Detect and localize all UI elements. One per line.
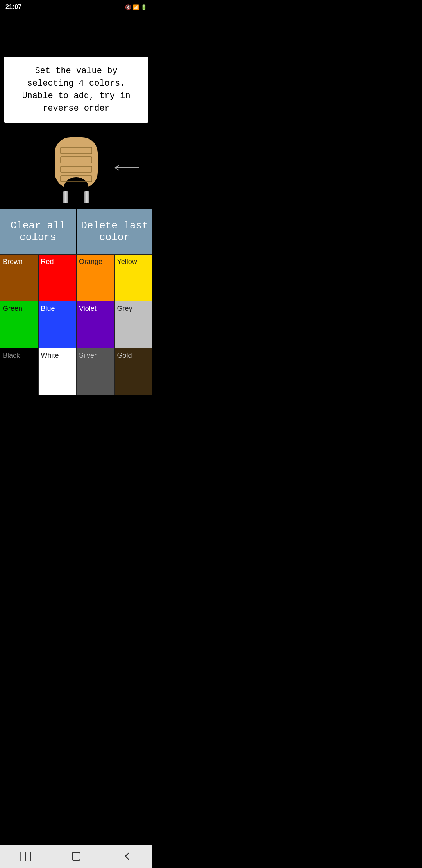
- status-time: 21:07: [5, 4, 21, 11]
- color-cell-red[interactable]: Red: [38, 254, 77, 301]
- color-cell-silver[interactable]: Silver: [76, 348, 114, 395]
- svg-rect-9: [72, 852, 80, 860]
- resistor-svg: [45, 133, 107, 203]
- home-icon[interactable]: [66, 848, 86, 864]
- instruction-box: Set the value by selecting 4 colors. Una…: [4, 57, 148, 123]
- delete-last-button[interactable]: Delete last color: [77, 209, 152, 254]
- middle-area: [0, 123, 152, 209]
- color-cell-gold[interactable]: Gold: [114, 348, 153, 395]
- back-icon[interactable]: [117, 848, 137, 864]
- color-cell-black[interactable]: Black: [0, 348, 38, 395]
- battery-icon: 🔋: [141, 4, 147, 10]
- color-cell-violet[interactable]: Violet: [76, 301, 114, 348]
- resistor-container: [45, 133, 107, 203]
- color-cell-brown[interactable]: Brown: [0, 254, 38, 301]
- status-bar: 21:07 🔇 📶 🔋: [0, 0, 152, 14]
- color-cell-white[interactable]: White: [38, 348, 77, 395]
- signal-icon: 📶: [133, 4, 139, 10]
- clear-all-button[interactable]: Clear all colors: [0, 209, 77, 254]
- instruction-text: Set the value by selecting 4 colors. Una…: [11, 65, 141, 115]
- status-icons: 🔇 📶 🔋: [125, 4, 147, 10]
- color-grid: BrownRedOrangeYellowGreenBlueVioletGreyB…: [0, 254, 152, 395]
- color-cell-blue[interactable]: Blue: [38, 301, 77, 348]
- arrow-icon: [111, 162, 143, 174]
- top-space: [0, 14, 152, 57]
- menu-icon[interactable]: |||: [16, 848, 35, 864]
- nav-bar: |||: [0, 845, 152, 868]
- svg-rect-8: [84, 191, 89, 203]
- color-cell-grey[interactable]: Grey: [114, 301, 153, 348]
- color-cell-yellow[interactable]: Yellow: [114, 254, 153, 301]
- buttons-row: Clear all colors Delete last color: [0, 209, 152, 254]
- svg-rect-7: [63, 191, 68, 203]
- color-cell-green[interactable]: Green: [0, 301, 38, 348]
- color-cell-orange[interactable]: Orange: [76, 254, 114, 301]
- mute-icon: 🔇: [125, 4, 131, 10]
